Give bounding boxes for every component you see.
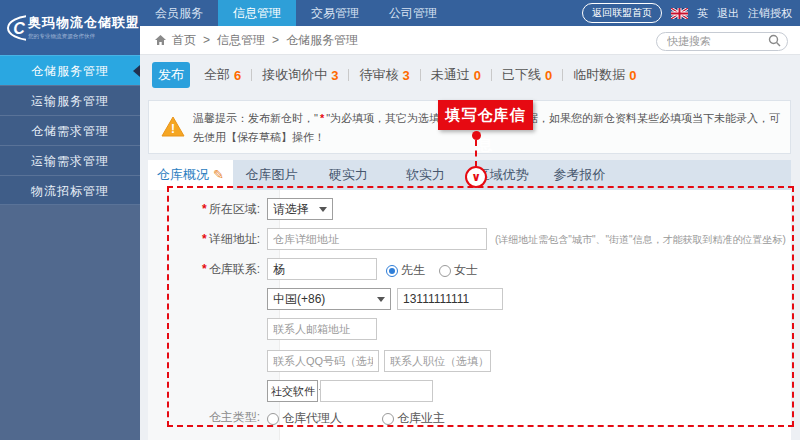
main-nav: 会员服务 信息管理 交易管理 公司管理: [140, 0, 452, 26]
region-label: *所在区域:: [148, 198, 260, 220]
filter-all[interactable]: 全部6: [204, 66, 241, 84]
lang-toggle[interactable]: 英: [697, 6, 708, 21]
owner-type-radio-group: 仓库代理人 仓库业主: [267, 410, 445, 427]
country-code-select[interactable]: 中国(+86): [267, 288, 391, 310]
app-window: CYM 奥玛物流仓储联盟 您的专业物流资源合作伙伴 会员服务 信息管理 交易管理…: [0, 0, 800, 440]
gender-radio-group: 先生 女士: [386, 262, 478, 279]
filter-divider: [251, 69, 252, 81]
filter-pending-review[interactable]: 待审核3: [359, 66, 409, 84]
email-input[interactable]: [267, 318, 377, 340]
edit-icon: ✎: [213, 167, 224, 182]
qq-input[interactable]: [267, 350, 379, 372]
publish-button[interactable]: 发布: [152, 62, 190, 88]
address-hint: (详细地址需包含"城市"、"街道"信息，才能获取到精准的位置坐标): [495, 233, 786, 247]
nav-item-trade[interactable]: 交易管理: [296, 0, 374, 26]
radio-label[interactable]: 女士: [454, 262, 478, 279]
address-label: *详细地址:: [148, 228, 260, 250]
svg-text:!: !: [171, 122, 175, 136]
logo-swoosh-icon: CYM: [6, 13, 26, 43]
annotation-pointer-arrow: ∨: [465, 166, 487, 188]
tab-warehouse-overview[interactable]: 仓库概况✎: [148, 160, 233, 190]
warehouse-form: *所在区域: 请选择 *详细地址: (详细地址需包含"城市"、"街道"信息，才能…: [148, 190, 791, 440]
radio-madam[interactable]: [439, 265, 451, 277]
revoke-auth-link[interactable]: 注销授权: [748, 6, 792, 21]
breadcrumb-bar: 首页 > 信息管理 > 仓储服务管理: [140, 26, 800, 55]
social-account-input[interactable]: [320, 380, 433, 402]
uk-flag-icon[interactable]: [671, 8, 688, 19]
annotation-pointer-line: [475, 140, 477, 167]
region-select[interactable]: 请选择: [267, 198, 333, 220]
sidebar-item-label: 仓储服务管理: [31, 64, 109, 78]
sidebar-item-warehouse-service[interactable]: 仓储服务管理: [0, 55, 140, 85]
brand-tagline: 您的专业物流资源合作伙伴: [28, 32, 118, 40]
nav-item-company[interactable]: 公司管理: [374, 0, 452, 26]
sidebar-item-label: 物流招标管理: [31, 184, 109, 198]
filter-label: 未通过: [431, 66, 470, 84]
filter-bar: 全部6 接收询价中3 待审核3 未通过0 已下线0 临时数据0: [204, 62, 636, 88]
filter-count: 0: [629, 68, 636, 83]
radio-warehouse-agent[interactable]: [267, 413, 279, 425]
filter-label: 全部: [204, 66, 230, 84]
nav-item-info[interactable]: 信息管理: [218, 0, 296, 26]
filter-offline[interactable]: 已下线0: [502, 66, 552, 84]
tab-soft-strength[interactable]: 软实力: [387, 160, 464, 190]
required-mark: *: [202, 262, 207, 276]
radio-label[interactable]: 仓库业主: [397, 410, 445, 427]
sidebar-item-warehouse-demand[interactable]: 仓储需求管理: [0, 115, 140, 145]
nav-item-member[interactable]: 会员服务: [140, 0, 218, 26]
filter-draft[interactable]: 临时数据0: [573, 66, 636, 84]
social-app-select[interactable]: 社交软件: [267, 380, 318, 402]
radio-warehouse-owner[interactable]: [382, 413, 394, 425]
top-right-controls: 返回联盟首页 英 退出 注销授权: [582, 0, 792, 26]
sidebar-item-label: 运输需求管理: [31, 154, 109, 168]
contact-name-input[interactable]: [267, 258, 377, 280]
breadcrumb-info[interactable]: 信息管理: [217, 32, 265, 49]
chevron-down-icon: [319, 207, 327, 212]
radio-label[interactable]: 仓库代理人: [282, 410, 342, 427]
sidebar-item-logistics-bidding[interactable]: 物流招标管理: [0, 175, 140, 205]
filter-divider: [348, 69, 349, 81]
filter-receiving-inquiry[interactable]: 接收询价中3: [262, 66, 338, 84]
required-mark: *: [202, 202, 207, 216]
address-input[interactable]: [267, 228, 487, 250]
logo-acronym: CYM: [13, 20, 26, 37]
filter-count: 0: [545, 68, 552, 83]
filter-label: 待审核: [359, 66, 398, 84]
required-mark: *: [320, 112, 324, 124]
chevron-down-icon: [377, 297, 385, 302]
breadcrumb-separator: >: [203, 33, 210, 47]
tab-reference-price[interactable]: 参考报价: [541, 160, 618, 190]
region-select-value: 请选择: [273, 201, 309, 218]
notice-line1-left: 温馨提示：发布新仓时，"*"为必填项，其它为选填，点击: [193, 111, 473, 126]
country-code-value: 中国(+86): [273, 291, 325, 308]
tab-hard-strength[interactable]: 硬实力: [310, 160, 387, 190]
phone-number-input[interactable]: [397, 288, 503, 310]
sidebar-item-label: 运输服务管理: [31, 94, 109, 108]
annotation-pointer-dot: [472, 131, 481, 140]
return-home-button[interactable]: 返回联盟首页: [582, 3, 662, 23]
filter-label: 临时数据: [573, 66, 625, 84]
warning-icon: !: [161, 116, 185, 137]
breadcrumb-current: 仓储服务管理: [286, 32, 358, 49]
active-item-arrow-icon: [133, 65, 140, 77]
sidebar-item-transport-demand[interactable]: 运输需求管理: [0, 145, 140, 175]
filter-count: 3: [331, 68, 338, 83]
logout-link[interactable]: 退出: [717, 6, 739, 21]
search-icon[interactable]: [768, 34, 781, 47]
filter-count: 3: [402, 68, 409, 83]
filter-divider: [562, 69, 563, 81]
breadcrumb-separator: >: [272, 33, 279, 47]
sidebar-item-transport-service[interactable]: 运输服务管理: [0, 85, 140, 115]
radio-label[interactable]: 先生: [401, 262, 425, 279]
sidebar-item-label: 仓储需求管理: [31, 124, 109, 138]
filter-divider: [491, 69, 492, 81]
contact-label: *仓库联系:: [148, 258, 260, 280]
job-title-input[interactable]: [384, 350, 491, 372]
brand-logo: CYM 奥玛物流仓储联盟 您的专业物流资源合作伙伴: [0, 0, 140, 55]
social-app-value: 社交软件: [271, 384, 315, 399]
breadcrumb-home[interactable]: 首页: [172, 32, 196, 49]
radio-mister[interactable]: [386, 265, 398, 277]
filter-rejected[interactable]: 未通过0: [431, 66, 481, 84]
filter-label: 已下线: [502, 66, 541, 84]
tab-warehouse-photos[interactable]: 仓库图片: [233, 160, 310, 190]
